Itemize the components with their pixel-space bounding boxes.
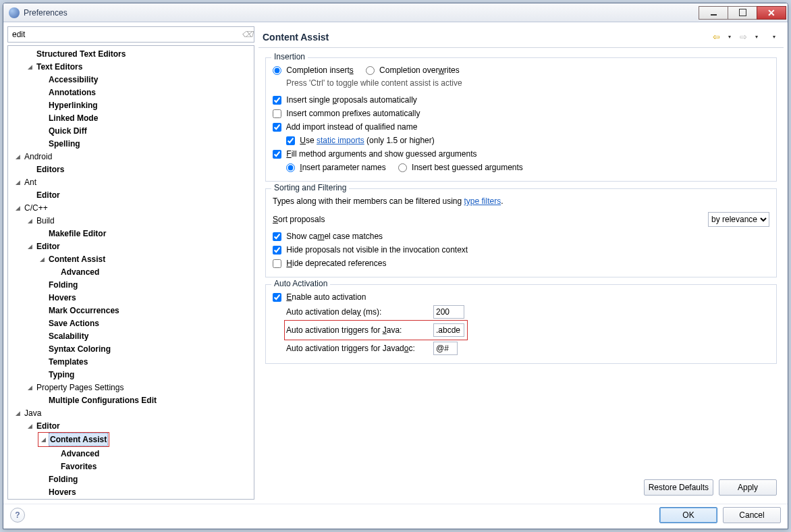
insert-best-guessed-radio[interactable]: Insert best guessed arguments: [398, 161, 523, 174]
preferences-tree[interactable]: ▸Structured Text Editors ◢Text Editors ▸…: [8, 46, 254, 499]
clear-filter-icon[interactable]: ⌫: [242, 30, 251, 39]
collapse-icon[interactable]: ◢: [39, 435, 47, 444]
tree-item[interactable]: Hyperlinking: [47, 99, 99, 111]
tree-item[interactable]: Quick Diff: [47, 125, 88, 137]
tree-item[interactable]: Folding: [47, 473, 79, 485]
tree-item[interactable]: Annotations: [47, 86, 97, 99]
tree-item[interactable]: Editor: [35, 420, 61, 432]
view-menu-icon[interactable]: ▾: [769, 32, 780, 43]
tree-item[interactable]: Favorites: [59, 460, 98, 473]
collapse-icon[interactable]: ◢: [13, 153, 22, 161]
content-pane: Content Assist ⇦ ▾ ⇨ ▾ ▾ Insertion Compl…: [258, 26, 784, 500]
tree-item[interactable]: Templates: [47, 356, 89, 368]
java-triggers-input[interactable]: [433, 323, 464, 337]
restore-defaults-button[interactable]: Restore Defaults: [644, 479, 713, 496]
tree-container: ▸Structured Text Editors ◢Text Editors ▸…: [7, 45, 254, 500]
group-legend: Sorting and Filtering: [271, 183, 349, 192]
tree-item[interactable]: Editors: [35, 163, 65, 176]
minimize-button[interactable]: [699, 6, 728, 20]
help-icon[interactable]: ?: [10, 508, 25, 523]
forward-icon[interactable]: ⇨: [738, 32, 748, 43]
use-static-imports-check[interactable]: Use static imports (only 1.5 or higher): [286, 134, 435, 147]
tree-item[interactable]: Editor: [35, 189, 61, 201]
collapse-icon[interactable]: ◢: [26, 422, 34, 430]
hide-invisible-check[interactable]: Hide proposals not visible in the invoca…: [273, 243, 468, 257]
maximize-button[interactable]: [728, 6, 757, 20]
tree-item[interactable]: Android: [23, 151, 53, 163]
page-header: Content Assist ⇦ ▾ ⇨ ▾ ▾: [258, 26, 784, 48]
insertion-group: Insertion Completion inserts Completion …: [265, 57, 777, 182]
delay-label: Auto activation delay (ms):: [286, 304, 428, 320]
window-title: Preferences: [24, 8, 699, 18]
tree-item[interactable]: Makefile Editor: [47, 228, 107, 240]
filter-box[interactable]: ⌫: [7, 26, 254, 43]
tree-item[interactable]: Advanced: [59, 266, 101, 278]
page-title: Content Assist: [263, 32, 711, 43]
page-button-row: Restore Defaults Apply: [258, 475, 784, 500]
type-filters-link[interactable]: type filters: [464, 196, 501, 206]
collapse-icon[interactable]: ◢: [26, 63, 34, 71]
apply-button[interactable]: Apply: [719, 479, 777, 496]
app-icon: [9, 7, 20, 18]
tree-item[interactable]: Multiple Configurations Edit: [47, 394, 158, 406]
insertion-hint: Press 'Ctrl' to toggle while content ass…: [273, 77, 769, 89]
insert-single-check[interactable]: Insert single proposals automatically: [273, 93, 417, 107]
insert-common-check[interactable]: Insert common prefixes automatically: [273, 107, 420, 120]
tree-item[interactable]: Advanced: [59, 448, 101, 460]
delay-input[interactable]: [433, 305, 464, 319]
completion-inserts-radio[interactable]: Completion inserts: [273, 63, 354, 77]
hide-deprecated-check[interactable]: Hide deprecated references: [273, 257, 386, 270]
fill-method-check[interactable]: Fill method arguments and show guessed a…: [273, 147, 477, 161]
tree-item[interactable]: Folding: [47, 279, 79, 291]
tree-item[interactable]: Hovers: [47, 292, 78, 304]
insert-param-names-radio[interactable]: Insert parameter names: [286, 161, 386, 174]
tree-item[interactable]: Syntax Coloring: [47, 343, 112, 355]
dialog-footer: ? OK Cancel: [3, 504, 788, 529]
static-imports-link[interactable]: static imports: [317, 136, 364, 145]
collapse-icon[interactable]: ◢: [13, 178, 22, 186]
collapse-icon[interactable]: ◢: [26, 383, 34, 392]
tree-item[interactable]: Linked Mode: [47, 112, 99, 124]
java-triggers-label: Auto activation triggers for Java:: [286, 322, 428, 338]
tree-item[interactable]: Editor: [35, 240, 61, 252]
tree-item[interactable]: Ant: [23, 176, 38, 188]
ok-button[interactable]: OK: [659, 507, 717, 523]
collapse-icon[interactable]: ◢: [26, 242, 34, 250]
preferences-window: Preferences ✕ ⌫ ▸Structured Text Editors…: [3, 3, 788, 529]
close-button[interactable]: ✕: [757, 6, 786, 20]
tree-item[interactable]: Save Actions: [47, 317, 101, 329]
tree-item[interactable]: Text Editors: [35, 61, 84, 73]
titlebar[interactable]: Preferences ✕: [3, 3, 788, 22]
back-icon[interactable]: ⇦: [711, 32, 721, 43]
tree-item[interactable]: Mark Occurrences: [47, 304, 121, 317]
collapse-icon[interactable]: ◢: [26, 217, 34, 225]
camel-case-check[interactable]: Show camel case matches: [273, 230, 383, 243]
back-menu-icon[interactable]: ▾: [724, 32, 735, 43]
tree-item[interactable]: Scalability: [47, 330, 90, 342]
collapse-icon[interactable]: ◢: [38, 255, 46, 263]
tree-item[interactable]: Java: [23, 407, 43, 419]
cancel-button[interactable]: Cancel: [723, 507, 781, 523]
tree-item[interactable]: Property Pages Settings: [35, 381, 125, 394]
completion-overwrites-radio[interactable]: Completion overwrites: [366, 63, 460, 77]
tree-item[interactable]: Spelling: [47, 138, 82, 150]
enable-auto-activation-check[interactable]: Enable auto activation: [273, 290, 366, 304]
forward-menu-icon[interactable]: ▾: [751, 32, 762, 43]
sort-proposals-label: Sort proposals: [273, 215, 708, 224]
sorting-group: Sorting and Filtering Types along with t…: [265, 188, 777, 277]
javadoc-triggers-input[interactable]: [433, 342, 458, 355]
tree-item[interactable]: Structured Text Editors: [35, 48, 127, 60]
type-filters-text: Types along with their members can be fi…: [273, 194, 503, 208]
tree-item[interactable]: Typing: [47, 369, 76, 381]
filter-input[interactable]: [11, 29, 242, 40]
tree-item[interactable]: Content Assist: [47, 253, 107, 265]
tree-item[interactable]: Hovers: [47, 486, 78, 498]
collapse-icon[interactable]: ◢: [13, 409, 22, 417]
tree-item[interactable]: Build: [35, 215, 56, 227]
tree-item[interactable]: C/C++: [23, 202, 49, 214]
collapse-icon[interactable]: ◢: [13, 204, 22, 212]
tree-item[interactable]: Accessibility: [47, 74, 99, 86]
tree-item-selected[interactable]: Content Assist: [49, 433, 108, 446]
add-import-check[interactable]: Add import instead of qualified name: [273, 120, 417, 134]
sort-proposals-select[interactable]: by relevance: [708, 212, 769, 227]
